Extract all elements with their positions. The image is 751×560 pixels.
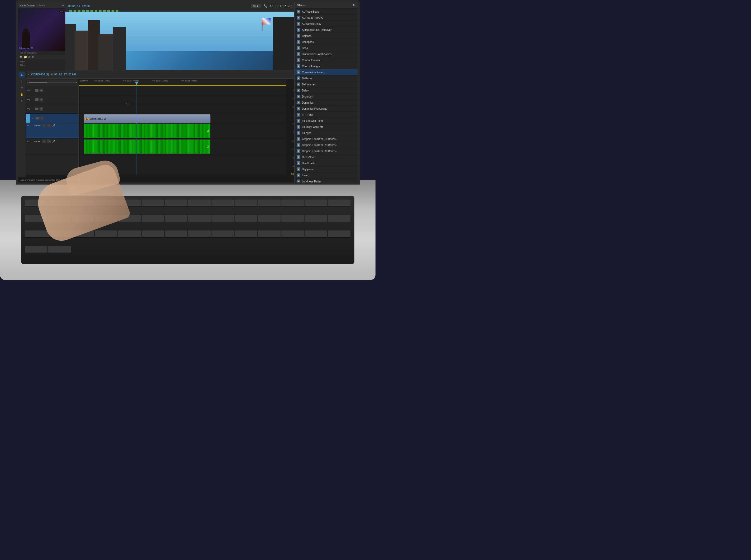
trash-icon[interactable]: 🗑 bbox=[32, 56, 34, 59]
effect-item-8[interactable]: Channel Volume bbox=[295, 57, 358, 63]
key[interactable] bbox=[212, 200, 234, 207]
key[interactable] bbox=[281, 200, 304, 207]
effect-item-17[interactable]: FFT Filter bbox=[295, 112, 358, 118]
effects-search[interactable]: 🔍 bbox=[353, 4, 355, 6]
effect-item-24[interactable]: GuitarSuite bbox=[295, 154, 358, 160]
effect-item-16[interactable]: Dynamics Processing bbox=[295, 106, 358, 112]
key[interactable] bbox=[235, 215, 257, 222]
track-a1-s[interactable]: S bbox=[47, 124, 51, 127]
hand-tool[interactable]: ✋ bbox=[19, 92, 25, 97]
effect-item-20[interactable]: Flanger bbox=[295, 130, 358, 136]
key[interactable] bbox=[95, 215, 117, 222]
key[interactable] bbox=[25, 200, 47, 207]
track-a2-m[interactable]: M bbox=[42, 139, 46, 143]
track-v4-eye[interactable]: 👁 bbox=[40, 88, 43, 92]
media-browser-tab[interactable]: Media Browser bbox=[20, 4, 35, 7]
effect-item-2[interactable]: AUSampleDelay bbox=[295, 21, 358, 27]
spacebar[interactable] bbox=[25, 231, 94, 238]
key[interactable] bbox=[188, 231, 211, 238]
effect-item-26[interactable]: Highpass bbox=[295, 166, 358, 173]
effect-item-7[interactable]: Binauralizer - Ambisonics bbox=[295, 51, 358, 57]
key[interactable] bbox=[165, 215, 187, 222]
effect-item-9[interactable]: Chorus/Flanger bbox=[295, 63, 358, 69]
key[interactable] bbox=[188, 200, 211, 207]
key[interactable] bbox=[72, 200, 94, 207]
key[interactable] bbox=[235, 200, 257, 207]
key[interactable] bbox=[165, 231, 187, 238]
key[interactable] bbox=[212, 215, 234, 222]
key[interactable] bbox=[304, 215, 327, 222]
seq-menu-icon[interactable]: ☰ bbox=[51, 73, 53, 76]
key[interactable] bbox=[328, 215, 351, 222]
effect-item-28[interactable]: Loudness Radar bbox=[295, 179, 358, 182]
effect-item-1[interactable]: AURoundTripAAC bbox=[295, 15, 358, 21]
key[interactable] bbox=[258, 231, 281, 238]
track-a2-s[interactable]: S bbox=[47, 139, 51, 143]
key[interactable] bbox=[118, 231, 141, 238]
minus-zoom-icon[interactable]: - bbox=[27, 81, 28, 84]
effect-item-14[interactable]: Distortion bbox=[295, 94, 358, 100]
key[interactable] bbox=[48, 215, 71, 222]
key[interactable] bbox=[118, 215, 141, 222]
effect-item-18[interactable]: Fill Left with Right bbox=[295, 118, 358, 124]
key[interactable] bbox=[25, 215, 47, 222]
key[interactable] bbox=[328, 231, 351, 238]
effect-item-15[interactable]: Dynamics bbox=[295, 100, 358, 106]
librarie-tab[interactable]: Librarie bbox=[37, 4, 45, 6]
key[interactable] bbox=[281, 231, 304, 238]
key[interactable] bbox=[118, 200, 141, 207]
effect-item-23[interactable]: Graphic Equalizer (30 Bands) bbox=[295, 148, 358, 154]
effect-item-19[interactable]: Fill Right with Left bbox=[295, 124, 358, 130]
audio-clip-a1[interactable] bbox=[84, 124, 211, 138]
key[interactable] bbox=[235, 231, 257, 238]
key[interactable] bbox=[188, 215, 211, 222]
audio-clip-a2[interactable] bbox=[84, 139, 211, 154]
tag-icon[interactable]: 🏷 bbox=[28, 56, 31, 59]
track-v1-eye[interactable]: 👁 bbox=[40, 116, 44, 120]
effect-item-22[interactable]: Graphic Equalizer (20 Bands) bbox=[295, 142, 358, 148]
panel-close-icon[interactable]: ≫ bbox=[61, 4, 64, 7]
key[interactable] bbox=[212, 231, 234, 238]
effect-item-11[interactable]: DeEsser bbox=[295, 75, 358, 81]
video-clip[interactable]: fx VIDEO0258.mp4 bbox=[84, 115, 211, 123]
text-tool[interactable]: T bbox=[19, 98, 25, 104]
key[interactable] bbox=[25, 246, 47, 253]
effect-item-0[interactable]: AURogerBeep bbox=[295, 9, 358, 15]
key[interactable] bbox=[304, 200, 327, 207]
key[interactable] bbox=[142, 231, 164, 238]
fit-dropdown[interactable]: Fit ▼ bbox=[251, 4, 260, 8]
effect-item-25[interactable]: Hard Limiter bbox=[295, 160, 358, 166]
effect-item-3[interactable]: Automatic Click Remover bbox=[295, 27, 358, 33]
ripple-tool[interactable]: ⋮ bbox=[19, 78, 25, 84]
effect-item-21[interactable]: Graphic Equalizer (10 Bands) bbox=[295, 136, 358, 142]
effect-item-6[interactable]: Bass bbox=[295, 45, 358, 51]
key[interactable] bbox=[258, 215, 281, 222]
key[interactable] bbox=[281, 215, 304, 222]
search-icon[interactable]: 🔍 bbox=[20, 56, 23, 59]
folder-icon[interactable]: 📁 bbox=[24, 56, 27, 59]
effect-item-10[interactable]: Convolution Reverb bbox=[295, 69, 358, 75]
key[interactable] bbox=[304, 231, 327, 238]
key[interactable] bbox=[48, 246, 71, 253]
effect-item-4[interactable]: Balance bbox=[295, 33, 358, 39]
key[interactable] bbox=[48, 200, 71, 207]
key[interactable] bbox=[328, 200, 351, 207]
track-a1-m[interactable]: M bbox=[42, 124, 46, 127]
track-a2-mic[interactable]: 🎤 bbox=[52, 140, 55, 143]
key[interactable] bbox=[142, 215, 164, 222]
key[interactable] bbox=[165, 200, 187, 207]
key[interactable] bbox=[95, 231, 117, 238]
key[interactable] bbox=[72, 215, 94, 222]
key[interactable] bbox=[258, 200, 281, 207]
key[interactable] bbox=[95, 200, 117, 207]
track-v2-eye[interactable]: 👁 bbox=[40, 107, 43, 111]
track-a1-mic[interactable]: 🎤 bbox=[52, 124, 55, 127]
razor-tool[interactable]: ✂ bbox=[19, 85, 25, 91]
effect-item-12[interactable]: DeHummer bbox=[295, 81, 358, 87]
track-v3-eye[interactable]: 👁 bbox=[40, 98, 43, 101]
key[interactable] bbox=[142, 200, 164, 207]
wrench-icon[interactable]: 🔧 bbox=[263, 4, 268, 8]
pointer-tool[interactable]: ▲ bbox=[19, 72, 25, 78]
plus-zoom-icon[interactable]: + bbox=[75, 81, 77, 84]
effect-item-13[interactable]: Delay bbox=[295, 87, 358, 94]
